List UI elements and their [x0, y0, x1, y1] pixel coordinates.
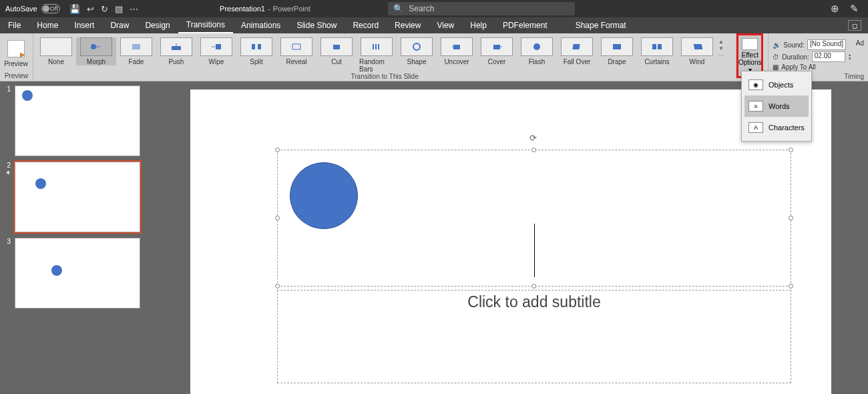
rotate-handle-icon[interactable]: ⟳ — [529, 133, 539, 142]
autosave-toggle[interactable]: Off — [41, 4, 60, 13]
transitions-gallery-scroll[interactable]: ▲▼⋯ — [717, 37, 725, 59]
words-icon: ≡ — [748, 101, 763, 112]
document-name: Presentation1 — [220, 5, 265, 13]
svg-rect-2 — [172, 46, 181, 50]
start-from-beginning-icon[interactable]: ▧ — [115, 4, 123, 14]
tab-file[interactable]: File — [0, 17, 29, 33]
effect-option-characters[interactable]: ACharacters — [744, 117, 809, 138]
transition-morph[interactable]: Morph — [76, 37, 116, 65]
transition-reveal[interactable]: Reveal — [276, 37, 316, 65]
tab-slideshow[interactable]: Slide Show — [288, 17, 345, 33]
slide-canvas[interactable]: ⟳ Click to add subtitle — [190, 89, 831, 394]
tab-help[interactable]: Help — [462, 17, 495, 33]
transition-cover[interactable]: Cover — [477, 37, 517, 65]
blue-circle-shape[interactable] — [290, 162, 358, 229]
sound-dropdown[interactable]: [No Sound] — [807, 39, 846, 50]
tab-insert[interactable]: Insert — [66, 17, 102, 33]
resize-handle[interactable] — [275, 284, 280, 288]
tab-animations[interactable]: Animations — [233, 17, 288, 33]
sound-label: Sound: — [783, 41, 805, 49]
resize-handle[interactable] — [275, 216, 280, 220]
effect-option-words[interactable]: ≡Words — [744, 95, 809, 117]
slide-number: 3 — [4, 238, 11, 309]
svg-rect-13 — [493, 45, 500, 49]
slide-number: 1 — [4, 85, 11, 156]
transition-wind[interactable]: Wind — [677, 37, 717, 65]
transition-none[interactable]: None — [36, 37, 76, 65]
svg-rect-10 — [378, 44, 379, 49]
undo-icon[interactable]: ↩ — [87, 4, 94, 14]
transition-randombars[interactable]: Random Bars — [357, 37, 397, 73]
resize-handle[interactable] — [531, 284, 536, 288]
redo-icon[interactable]: ↻ — [101, 4, 108, 14]
effect-option-objects[interactable]: ◉Objects — [744, 74, 809, 95]
subtitle-placeholder[interactable]: Click to add subtitle — [277, 290, 791, 383]
tab-review[interactable]: Review — [387, 17, 429, 33]
duration-spinner[interactable]: ▲▼ — [848, 53, 852, 61]
characters-icon: A — [748, 122, 763, 133]
svg-rect-6 — [292, 44, 300, 49]
transition-flash[interactable]: Flash — [517, 37, 557, 65]
save-icon[interactable]: 💾 — [69, 4, 80, 14]
tab-transitions[interactable]: Transitions — [178, 17, 233, 33]
preview-button[interactable]: Preview — [0, 37, 32, 67]
svg-rect-15 — [572, 44, 580, 49]
tab-view[interactable]: View — [429, 17, 462, 33]
tab-design[interactable]: Design — [137, 17, 178, 33]
sound-icon: 🔊 — [773, 41, 781, 49]
coming-soon-icon[interactable]: ⊕ — [831, 3, 839, 15]
resize-handle[interactable] — [789, 148, 793, 152]
slide-thumbnail-3[interactable] — [15, 238, 140, 309]
search-placeholder: Search — [409, 4, 434, 13]
effect-options-dropdown: ◉Objects ≡Words ACharacters — [741, 71, 812, 142]
pen-icon[interactable]: ✎ — [850, 3, 859, 15]
tab-pdfelement[interactable]: PDFelement — [495, 17, 556, 33]
tab-home[interactable]: Home — [29, 17, 66, 33]
objects-icon: ◉ — [748, 79, 763, 90]
transition-wipe[interactable]: Wipe — [196, 37, 236, 65]
svg-rect-3 — [216, 44, 221, 49]
svg-point-0 — [91, 44, 96, 49]
duration-label: Duration: — [782, 53, 809, 61]
svg-rect-16 — [613, 44, 621, 49]
work-area: 1 2 ✶ 3 ⟳ — [0, 81, 868, 394]
resize-handle[interactable] — [789, 216, 793, 220]
resize-handle[interactable] — [531, 148, 536, 152]
group-label-preview: Preview — [0, 72, 33, 81]
transition-curtains[interactable]: Curtains — [637, 37, 677, 65]
transition-fallover[interactable]: Fall Over — [557, 37, 597, 65]
search-box[interactable]: 🔍 Search — [388, 2, 575, 15]
svg-point-11 — [413, 43, 420, 50]
slide-panel[interactable]: 1 2 ✶ 3 — [0, 81, 154, 394]
collapse-ribbon-icon[interactable]: ◻ — [848, 20, 861, 31]
resize-handle[interactable] — [275, 148, 280, 152]
title-bar: AutoSave Off 💾 ↩ ↻ ▧ ⋯ Presentation1 - P… — [0, 0, 868, 17]
svg-point-14 — [533, 43, 540, 50]
subtitle-placeholder-text: Click to add subtitle — [278, 290, 791, 311]
resize-handle[interactable] — [789, 284, 793, 288]
tab-draw[interactable]: Draw — [102, 17, 137, 33]
transition-push[interactable]: Push — [156, 37, 196, 65]
autosave-label: AutoSave — [5, 5, 37, 13]
svg-rect-9 — [375, 44, 377, 49]
transition-drape[interactable]: Drape — [597, 37, 637, 65]
transition-uncover[interactable]: Uncover — [437, 37, 477, 65]
svg-rect-8 — [373, 44, 374, 49]
qat-more-icon[interactable]: ⋯ — [130, 4, 138, 14]
transition-shape[interactable]: Shape — [397, 37, 437, 65]
effect-options-icon — [742, 38, 758, 50]
ribbon-tabs: File Home Insert Draw Design Transitions… — [0, 17, 868, 33]
slide-thumbnail-2[interactable] — [15, 162, 140, 232]
transition-cut[interactable]: Cut — [316, 37, 357, 65]
svg-rect-4 — [252, 44, 255, 49]
transition-split[interactable]: Split — [236, 37, 276, 65]
tab-shape-format[interactable]: Shape Format — [568, 17, 634, 33]
transition-fade[interactable]: Fade — [116, 37, 156, 65]
preview-icon — [7, 40, 25, 57]
duration-field[interactable]: 02.00 — [812, 51, 845, 62]
apply-to-all[interactable]: Apply To All — [781, 63, 816, 71]
slide-thumbnail-1[interactable] — [15, 85, 140, 156]
search-icon: 🔍 — [393, 4, 403, 13]
title-placeholder[interactable]: ⟳ — [277, 150, 791, 286]
tab-record[interactable]: Record — [345, 17, 387, 33]
